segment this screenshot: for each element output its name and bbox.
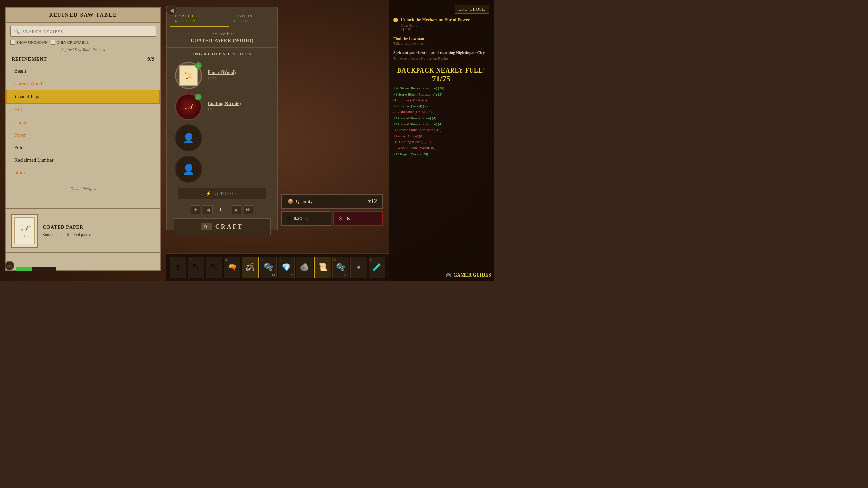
ingredient-name-2: Coating (Crude) xyxy=(208,101,241,106)
toolbar-slot-3[interactable]: 3 ⛏ xyxy=(206,257,222,278)
toolbar-slot-9[interactable]: 9 📜 xyxy=(314,257,331,278)
ingredient-slots-label: INGREDIENT SLOTS xyxy=(167,48,277,60)
toolbar-slot-2[interactable]: 2 ⛏ xyxy=(188,257,204,278)
slot-circle-1: 📜 ✓ xyxy=(175,62,202,89)
toolbar-slot-8[interactable]: 8 🪨 9 xyxy=(296,257,313,278)
nav-next-button[interactable]: ▶ xyxy=(232,205,241,214)
toolbar-slot-q[interactable]: Q 🧪 xyxy=(369,257,385,278)
only-craftable-toggle[interactable]: ONLY CRAFTABLE xyxy=(51,40,89,45)
item-level-label: Item Level: 37 xyxy=(171,32,273,37)
back-button[interactable]: ◀ xyxy=(166,5,177,16)
craft-button[interactable]: R CRAFT xyxy=(174,218,271,235)
toolbar-slot-5[interactable]: 5 🪃 xyxy=(242,257,258,278)
quest-item-3: Seek out your best hope of reaching Nigh… xyxy=(393,50,489,60)
resource-9: 1 Fabric (Crude) (0) xyxy=(393,133,489,139)
quest-item-2: Find the Lawman Talk to the Lawman xyxy=(393,36,489,45)
resource-5: -8 Plant Fiber (Crude) (4) xyxy=(393,109,489,115)
ingredient-slot-1: 📜 ✓ Paper (Wood) 12/12 xyxy=(167,60,277,91)
esc-circle[interactable]: ESC xyxy=(5,261,14,270)
tab-expected-results[interactable]: EXPECTED RESULTS xyxy=(170,11,229,27)
ingredient-slot-3: 👤 xyxy=(167,122,277,154)
search-bar[interactable]: 🔍 xyxy=(10,26,156,37)
resource-changes-list: +26 Stone Block (Sandstone) (26) +8 Ston… xyxy=(393,85,489,157)
expected-item-name: COATED PAPER (WOOD) xyxy=(171,38,273,43)
quantity-label: 📦 Quantity xyxy=(288,199,313,204)
quantity-row: 📦 Quantity x12 xyxy=(281,194,383,209)
toolbar-slot-4[interactable]: 4 🔫 xyxy=(224,257,240,278)
panel-tabs: EXPECTED RESULTS STATION TRAITS xyxy=(167,7,277,27)
craft-label: CRAFT xyxy=(215,223,243,230)
stats-row: ⚖ 0.24 kg ⚙ 3s xyxy=(281,211,383,226)
recipe-item-paper[interactable]: Paper xyxy=(6,129,160,141)
recipes-subtitle: Refined Saw Table Recipes xyxy=(6,47,160,54)
recipe-list: Beam Carved Wood Coated Paper Hilt Lumbe… xyxy=(6,65,160,179)
close-button[interactable]: ESC CLOSE xyxy=(455,5,489,14)
search-input[interactable] xyxy=(22,29,152,34)
quest-item-1: Unlock the Herbarium Site of Power Gear … xyxy=(393,17,489,32)
decor-section[interactable]: Decor Recipes xyxy=(6,182,160,196)
quest-active-indicator xyxy=(393,18,398,22)
backpack-count: 71/75 xyxy=(393,74,489,83)
back-icon: ◀ xyxy=(170,7,174,14)
category-header: REFINEMENT 9/9 xyxy=(6,54,160,65)
gamer-guides-logo: 🎮 GAMER GUIDES xyxy=(446,272,491,278)
quest-subtitle-2: Talk to the Lawman xyxy=(393,41,489,45)
show-unknown-checkbox[interactable] xyxy=(10,40,15,45)
recipe-item-coated-paper[interactable]: Coated Paper xyxy=(6,90,160,104)
recipe-item-lumber[interactable]: Lumber xyxy=(6,116,160,129)
nav-last-button[interactable]: ⏭ xyxy=(244,205,253,214)
show-unknown-label: SHOW UNKNOWN xyxy=(16,40,48,44)
expected-item-info: Item Level: 37 COATED PAPER (WOOD) xyxy=(167,27,277,48)
crafting-panel: EXPECTED RESULTS STATION TRAITS Item Lev… xyxy=(166,7,278,230)
nav-prev-button[interactable]: ◀ xyxy=(203,205,213,214)
ingredient-slot-4: 👤 xyxy=(167,154,277,185)
quantity-panel: 📦 Quantity x12 ⚖ 0.24 kg ⚙ 3s xyxy=(281,194,383,226)
quest-subtitle-3: Travel to a Desert Herbarium Realm xyxy=(393,56,489,60)
toolbar-slot-dot[interactable] xyxy=(350,257,367,278)
quantity-icon: 📦 xyxy=(288,199,293,204)
health-bar xyxy=(16,267,32,271)
weight-unit: kg xyxy=(305,217,309,221)
toolbar-slot-6[interactable]: 6 🫧 14 xyxy=(260,257,277,278)
recipe-item-beam[interactable]: Beam xyxy=(6,65,160,77)
category-count: 9/9 xyxy=(147,57,155,62)
ingredient-slot-2: 𝒩 ✓ Coating (Crude) 1/1 xyxy=(167,91,277,122)
nav-row: ⏮ ◀ 1/1 ▶ ⏭ xyxy=(167,203,277,217)
resource-8: -4 Carved Stone (Sandstone) (0) xyxy=(393,127,489,133)
close-label: CLOSE xyxy=(470,6,485,12)
tab-station-traits[interactable]: STATION TRAITS xyxy=(229,11,274,27)
toolbar-slot-1[interactable]: 1 🗡 xyxy=(170,257,186,278)
recipe-item-pole[interactable]: Pole xyxy=(6,141,160,154)
quest-title-1: Unlock the Herbarium Site of Power xyxy=(393,17,489,22)
slot-checkmark-1: ✓ xyxy=(195,62,202,69)
resource-7: +4 Carved Stone (Sandstone) (4) xyxy=(393,121,489,127)
panel-title: REFINED SAW TABLE xyxy=(6,8,160,23)
time-stat: ⚙ 3s xyxy=(333,211,383,226)
toolbar-slot-0[interactable]: 0 🫧 23 xyxy=(332,257,349,278)
slot-circle-2: 𝒩 ✓ xyxy=(175,93,202,120)
toolbar-slot-7[interactable]: 7 💎 6 xyxy=(278,257,295,278)
recipe-item-carved-wood[interactable]: Carved Wood xyxy=(6,77,160,90)
recipe-item-stock[interactable]: Stock xyxy=(6,166,160,179)
gamer-guides-text: GAMER GUIDES xyxy=(453,272,491,278)
gamer-guides-icon: 🎮 xyxy=(446,272,451,278)
ingredient-count-2: 1/1 xyxy=(208,107,241,113)
resource-12: +12 Paper (Wood) (20) xyxy=(393,151,489,157)
resource-3: -1 Lumber (Wood) (0) xyxy=(393,97,489,103)
weight-stat: ⚖ 0.24 kg xyxy=(281,211,331,226)
recipe-item-reclaimed-lumber[interactable]: Reclaimed Lumber xyxy=(6,154,160,166)
only-craftable-label: ONLY CRAFTABLE xyxy=(57,40,89,44)
nav-current: 1/1 xyxy=(215,207,229,213)
empty-slot-icon-3: 👤 xyxy=(183,133,195,144)
only-craftable-checkbox[interactable] xyxy=(51,40,55,45)
autofill-button[interactable]: ⚡ AUTOFILL xyxy=(178,188,267,199)
slot-empty-4: 👤 xyxy=(175,156,202,183)
esc-label: ESC xyxy=(458,6,468,12)
slot-empty-3: 👤 xyxy=(175,124,202,151)
item-description: COATED PAPER Smooth, linen-finished pape… xyxy=(43,225,91,237)
quest-subdesc-1: 31 / 50 xyxy=(393,27,489,32)
nav-first-button[interactable]: ⏮ xyxy=(191,205,200,214)
recipe-item-hilt[interactable]: Hilt xyxy=(6,104,160,116)
ingredient-info-2: Coating (Crude) 1/1 xyxy=(208,101,241,113)
show-unknown-toggle[interactable]: SHOW UNKNOWN xyxy=(10,40,48,45)
